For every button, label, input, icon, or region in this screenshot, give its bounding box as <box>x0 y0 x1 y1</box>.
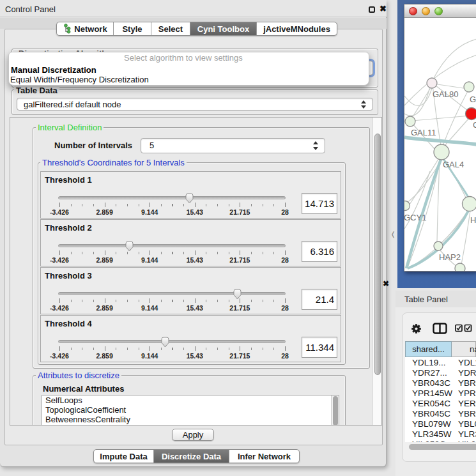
svg-text:HAP2: HAP2 <box>439 252 461 262</box>
svg-text:GAL4: GAL4 <box>443 160 464 169</box>
svg-text:G: G <box>470 95 476 104</box>
svg-text:H: H <box>470 215 476 225</box>
svg-text:C: C <box>473 120 476 130</box>
svg-text:GAL11: GAL11 <box>411 128 436 137</box>
svg-text:GAL80: GAL80 <box>433 89 458 99</box>
svg-text:GCY1: GCY1 <box>404 213 426 222</box>
